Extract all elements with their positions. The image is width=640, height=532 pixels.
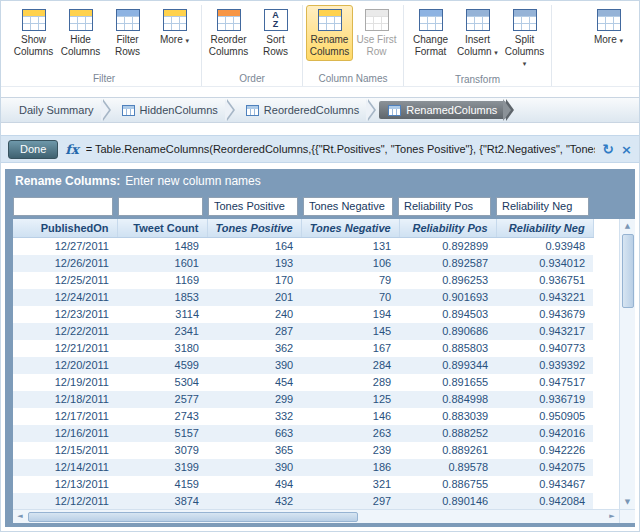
table-cell: 0.888252 bbox=[399, 425, 496, 442]
table-cell: 0.891655 bbox=[399, 374, 496, 391]
table-cell: 240 bbox=[207, 306, 301, 323]
reorder-columns-button[interactable]: Reorder Columns bbox=[205, 5, 252, 61]
breadcrumb-item-hiddencolumns[interactable]: HiddenColumns bbox=[114, 101, 226, 119]
table-cell: 12/23/2011 bbox=[13, 306, 117, 323]
ribbon-group-filter: Show Columns Hide Columns Filter Rows Mo… bbox=[7, 5, 202, 86]
split-columns-button[interactable]: Split Columns ▾ bbox=[501, 5, 548, 71]
breadcrumb-separator-icon bbox=[367, 98, 379, 122]
column-header-publishedon[interactable]: PublishedOn bbox=[13, 219, 117, 238]
filter-more-button[interactable]: More ▾ bbox=[151, 5, 198, 61]
table-cell: 3180 bbox=[117, 340, 207, 357]
panel-title: Rename Columns: bbox=[15, 174, 120, 188]
table-cell: 0.950905 bbox=[496, 408, 593, 425]
rename-input-1[interactable] bbox=[13, 197, 113, 216]
table-cell: 299 bbox=[207, 391, 301, 408]
table-icon bbox=[217, 9, 241, 31]
formula-input[interactable]: = Table.RenameColumns(ReorderedColumns,{… bbox=[86, 143, 596, 155]
rename-input-2[interactable] bbox=[118, 197, 203, 216]
column-header-tweet-count[interactable]: Tweet Count bbox=[117, 219, 207, 238]
table-cell: 12/12/2011 bbox=[13, 493, 117, 509]
button-label: Split Columns bbox=[505, 34, 544, 57]
breadcrumb-item-reorderedcolumns[interactable]: ReorderedColumns bbox=[238, 101, 367, 119]
table-cell: 12/26/2011 bbox=[13, 255, 117, 272]
table-cell: 0.892899 bbox=[399, 238, 496, 256]
table-cell: 70 bbox=[301, 289, 399, 306]
close-icon[interactable]: × bbox=[621, 142, 632, 157]
ribbon-group-label: Column Names bbox=[306, 70, 400, 86]
hide-columns-button[interactable]: Hide Columns bbox=[57, 5, 104, 61]
table-row: 12/22/201123412871450.8906860.943217 bbox=[13, 323, 593, 340]
column-header-reliability-pos[interactable]: Reliability Pos bbox=[399, 219, 496, 238]
breadcrumb-item-daily-summary[interactable]: Daily Summary bbox=[11, 101, 102, 119]
table-row: 12/13/201141594943210.8867550.943467 bbox=[13, 476, 593, 493]
column-header-tones-negative[interactable]: Tones Negative bbox=[301, 219, 399, 238]
table-row: 12/17/201127433321460.8830390.950905 bbox=[13, 408, 593, 425]
rename-input-3[interactable] bbox=[208, 197, 298, 216]
transform-more-button[interactable]: More ▾ bbox=[585, 5, 632, 61]
table-cell: 390 bbox=[207, 357, 301, 374]
scroll-left-icon[interactable]: ◄ bbox=[13, 510, 27, 523]
column-header-tones-positive[interactable]: Tones Positive bbox=[207, 219, 301, 238]
formula-bar: Done fx = Table.RenameColumns(ReorderedC… bbox=[1, 135, 639, 163]
breadcrumb-item-renamedcolumns[interactable]: RenamedColumns bbox=[379, 101, 506, 119]
button-label: Show Columns bbox=[14, 34, 53, 57]
table-cell: 0.89578 bbox=[399, 459, 496, 476]
scroll-right-icon[interactable]: ► bbox=[605, 510, 619, 523]
table-cell: 0.885803 bbox=[399, 340, 496, 357]
rename-columns-panel: Rename Columns: Enter new column names P… bbox=[5, 169, 635, 527]
breadcrumb: Daily Summary HiddenColumns ReorderedCol… bbox=[1, 97, 639, 123]
sort-rows-button[interactable]: A Z Sort Rows bbox=[252, 5, 299, 61]
table-cell: 0.939392 bbox=[496, 357, 593, 374]
scroll-up-icon[interactable]: ▲ bbox=[620, 219, 635, 233]
table-icon bbox=[22, 9, 46, 31]
table-cell: 1853 bbox=[117, 289, 207, 306]
change-format-button[interactable]: Change Format bbox=[407, 5, 454, 61]
table-cell: 0.884998 bbox=[399, 391, 496, 408]
ribbon-group-label: Filter bbox=[10, 70, 198, 86]
table-cell: 12/15/2011 bbox=[13, 442, 117, 459]
column-header-reliability-neg[interactable]: Reliability Neg bbox=[496, 219, 593, 238]
table-cell: 125 bbox=[301, 391, 399, 408]
table-cell: 321 bbox=[301, 476, 399, 493]
button-label: Filter Rows bbox=[115, 34, 140, 57]
table-cell: 390 bbox=[207, 459, 301, 476]
button-label: Hide Columns bbox=[61, 34, 100, 57]
filter-rows-button[interactable]: Filter Rows bbox=[104, 5, 151, 61]
table-cell: 12/13/2011 bbox=[13, 476, 117, 493]
table-cell: 12/21/2011 bbox=[13, 340, 117, 357]
refresh-icon[interactable]: ↻ bbox=[602, 141, 614, 157]
table-cell: 0.943679 bbox=[496, 306, 593, 323]
scroll-down-icon[interactable]: ▼ bbox=[620, 495, 635, 509]
ribbon-group-label bbox=[585, 81, 632, 86]
table-header-row: PublishedOn Tweet Count Tones Positive T… bbox=[13, 219, 593, 238]
horizontal-scrollbar-row: ◄ ► bbox=[13, 509, 635, 523]
table-icon bbox=[513, 9, 537, 31]
table-cell: 0.890686 bbox=[399, 323, 496, 340]
table-row: 12/20/201145993902840.8993440.939392 bbox=[13, 357, 593, 374]
table-row: 12/14/201131993901860.895780.942075 bbox=[13, 459, 593, 476]
table-cell: 2341 bbox=[117, 323, 207, 340]
vertical-scrollbar[interactable]: ▲ ▼ bbox=[619, 219, 635, 509]
table-row: 12/26/201116011931060.8925870.934012 bbox=[13, 255, 593, 272]
rename-input-6[interactable] bbox=[496, 197, 589, 216]
table-cell: 0.942084 bbox=[496, 493, 593, 509]
table-cell: 167 bbox=[301, 340, 399, 357]
table-cell: 0.943221 bbox=[496, 289, 593, 306]
button-label: Change Format bbox=[413, 34, 448, 57]
table-icon bbox=[246, 105, 259, 116]
table-row: 12/16/201151576632630.8882520.942016 bbox=[13, 425, 593, 442]
insert-column-button[interactable]: Insert Column ▾ bbox=[454, 5, 501, 61]
table-cell: 0.942075 bbox=[496, 459, 593, 476]
horizontal-scroll-thumb[interactable] bbox=[28, 512, 358, 522]
rename-columns-button[interactable]: Rename Columns bbox=[306, 5, 353, 61]
rename-input-5[interactable] bbox=[398, 197, 491, 216]
table-row: 12/27/201114891641310.8928990.93948 bbox=[13, 238, 593, 256]
show-columns-button[interactable]: Show Columns bbox=[10, 5, 57, 61]
vertical-scroll-thumb[interactable] bbox=[622, 234, 634, 308]
horizontal-scrollbar[interactable]: ◄ ► bbox=[13, 509, 619, 523]
rename-input-4[interactable] bbox=[303, 197, 393, 216]
table-row: 12/21/201131803621670.8858030.940773 bbox=[13, 340, 593, 357]
table-cell: 494 bbox=[207, 476, 301, 493]
table-cell: 365 bbox=[207, 442, 301, 459]
done-button[interactable]: Done bbox=[8, 140, 58, 159]
